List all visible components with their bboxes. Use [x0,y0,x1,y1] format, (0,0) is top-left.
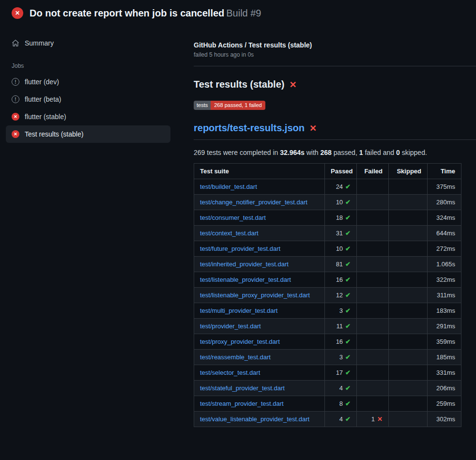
job-label: Test results (stable) [25,130,83,138]
skipped-cell [389,412,428,427]
skipped-cell [389,319,428,334]
time-cell: 259ms [428,396,461,412]
failed-x-icon: ✕ [289,80,296,89]
test-suite-link[interactable]: test/change_notifier_provider_test.dart [200,199,307,206]
breadcrumb: GitHub Actions / Test results (stable) [194,41,476,49]
table-row: test/selector_test.dart17✔331ms [194,365,461,381]
run-status-line: failed 5 hours ago in 0s [194,51,476,58]
divider [194,66,476,66]
column-header-test-suite: Test suite [194,164,325,179]
failed-cell [357,257,389,272]
run-build-number: Build #9 [226,8,261,18]
table-row: test/context_test.dart31✔644ms [194,226,461,241]
table-row: test/listenable_proxy_provider_test.dart… [194,288,461,303]
passed-cell: 3✔ [325,350,357,365]
test-suite-cell: test/inherited_provider_test.dart [194,257,325,272]
time-cell: 183ms [428,303,461,319]
test-suite-link[interactable]: test/stateful_provider_test.dart [200,384,285,392]
test-suite-link[interactable]: test/inherited_provider_test.dart [200,261,289,268]
neutral-status-icon: ! [12,95,19,103]
table-row: test/stream_provider_test.dart8✔259ms [194,396,461,412]
failed-status-icon: ✕ [12,130,19,138]
skipped-cell [389,303,428,319]
sidebar-item-summary[interactable]: Summary [6,34,170,52]
failed-cell: 1✕ [357,412,389,427]
report-file-link[interactable]: reports/test-results.json [194,123,305,134]
test-suite-link[interactable]: test/selector_test.dart [200,369,260,376]
job-label: flutter (stable) [25,113,66,121]
table-row: test/builder_test.dart24✔375ms [194,179,461,195]
jobs-section-label: Jobs [12,62,170,69]
test-suite-cell: test/listenable_proxy_provider_test.dart [194,288,325,303]
failed-cell [357,381,389,396]
main-content: GitHub Actions / Test results (stable) f… [180,24,476,427]
check-icon: ✔ [345,353,351,361]
column-header-failed: Failed [357,164,389,179]
test-suite-cell: test/proxy_provider_test.dart [194,334,325,350]
test-suite-link[interactable]: test/listenable_proxy_provider_test.dart [200,291,310,299]
test-suite-cell: test/context_test.dart [194,226,325,241]
check-icon: ✔ [345,415,351,423]
passed-cell: 31✔ [325,226,357,241]
sidebar-job-test-results-stable[interactable]: ✕Test results (stable) [6,125,170,143]
table-row: test/change_notifier_provider_test.dart1… [194,195,461,210]
time-cell: 644ms [428,226,461,241]
table-header-row: Test suite Passed Failed Skipped Time [194,164,461,179]
table-row: test/provider_test.dart11✔291ms [194,319,461,334]
test-suite-cell: test/selector_test.dart [194,365,325,381]
test-suite-link[interactable]: test/future_provider_test.dart [200,245,280,252]
failed-cell [357,226,389,241]
skipped-cell [389,334,428,350]
test-suite-cell: test/provider_test.dart [194,319,325,334]
failed-cell [357,334,389,350]
test-suite-link[interactable]: test/listenable_provider_test.dart [200,276,291,283]
table-row: test/inherited_provider_test.dart81✔1.06… [194,257,461,272]
jobs-list: !flutter (dev)!flutter (beta)✕flutter (s… [6,73,170,143]
test-suite-link[interactable]: test/stream_provider_test.dart [200,400,284,407]
failed-cell [357,396,389,412]
sidebar-job-flutter-beta[interactable]: !flutter (beta) [6,91,170,108]
skipped-cell [389,350,428,365]
failed-x-circle-icon: ✕ [12,7,23,19]
test-suite-link[interactable]: test/builder_test.dart [200,183,257,190]
time-cell: 280ms [428,195,461,210]
column-header-time: Time [428,164,461,179]
test-suite-cell: test/value_listenable_provider_test.dart [194,412,325,427]
time-cell: 206ms [428,381,461,396]
time-cell: 375ms [428,179,461,195]
test-suite-link[interactable]: test/provider_test.dart [200,322,261,330]
time-cell: 324ms [428,210,461,226]
skipped-cell [389,195,428,210]
skipped-cell [389,288,428,303]
test-suite-cell: test/consumer_test.dart [194,210,325,226]
passed-cell: 16✔ [325,334,357,350]
table-row: test/listenable_provider_test.dart16✔322… [194,272,461,288]
test-suite-link[interactable]: test/reassemble_test.dart [200,353,271,361]
test-suite-cell: test/listenable_provider_test.dart [194,272,325,288]
failed-cell [357,272,389,288]
failed-cell [357,319,389,334]
passed-cell: 10✔ [325,241,357,257]
sidebar-job-flutter-dev[interactable]: !flutter (dev) [6,73,170,91]
time-cell: 185ms [428,350,461,365]
passed-cell: 4✔ [325,412,357,427]
test-suite-link[interactable]: test/proxy_provider_test.dart [200,338,280,345]
check-icon: ✔ [345,183,351,190]
test-suite-link[interactable]: test/consumer_test.dart [200,214,266,221]
failed-cell [357,241,389,257]
time-cell: 291ms [428,319,461,334]
skipped-cell [389,226,428,241]
badge-value: 268 passed, 1 failed [211,101,265,110]
check-icon: ✔ [345,261,351,268]
table-row: test/reassemble_test.dart3✔185ms [194,350,461,365]
test-suite-link[interactable]: test/value_listenable_provider_test.dart [200,415,309,423]
sidebar-job-flutter-stable[interactable]: ✕flutter (stable) [6,108,170,125]
test-suite-link[interactable]: test/context_test.dart [200,230,259,237]
check-icon: ✔ [345,214,351,221]
test-table-body: test/builder_test.dart24✔375mstest/chang… [194,179,461,427]
check-icon: ✔ [345,307,351,314]
test-suite-link[interactable]: test/multi_provider_test.dart [200,307,277,314]
table-row: test/consumer_test.dart18✔324ms [194,210,461,226]
test-suite-cell: test/future_provider_test.dart [194,241,325,257]
skipped-cell [389,396,428,412]
